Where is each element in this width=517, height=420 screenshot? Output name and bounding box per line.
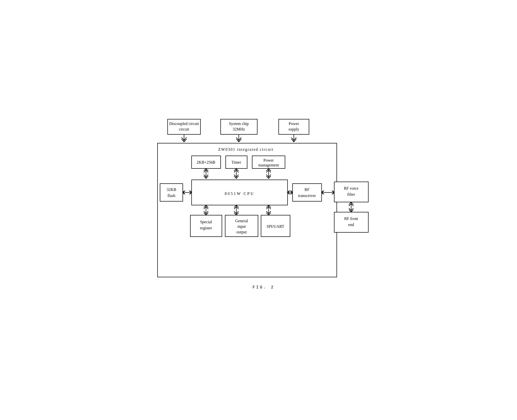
arrow2-left2 (236, 137, 239, 140)
arrow3-right2 (294, 137, 296, 140)
arrow2-left (236, 139, 239, 142)
mem-label: 2KB+256B (197, 160, 215, 164)
arrow2-right (239, 139, 241, 142)
rf-voice-label-2: filter (347, 192, 355, 196)
decoupled-label-1: Discoupled circuit (169, 121, 199, 126)
rf-frontend-box (334, 212, 368, 232)
gpio-label-3: output (237, 230, 247, 234)
page-container: text { font-family: 'Times New Roman', T… (145, 107, 372, 314)
fig-caption: FIG. 2 (252, 285, 275, 290)
special-label-2: register (200, 226, 212, 230)
rf-frontend-label-2: end (348, 223, 354, 227)
arrow1-left (182, 139, 184, 142)
powersupply-label-2: supply (289, 127, 299, 132)
syschip-label-1: System chip (229, 121, 249, 126)
rf-transceiver-box (293, 184, 322, 201)
rf-frontend-label-1: RF front (344, 216, 358, 221)
powermgmt-label-2: management (258, 163, 279, 167)
arrow1-right (184, 139, 187, 142)
syschip-label-2: 32MHz (233, 127, 245, 131)
rf-transceiver-label-2: transceiver (298, 193, 316, 198)
gpio-label-1: General (235, 219, 248, 223)
rf-transceiver-label-1: RF (304, 187, 309, 192)
decoupled-label-2: circuit (179, 127, 189, 131)
arrow3-left (291, 139, 294, 142)
diagram-outer: text { font-family: 'Times New Roman', T… (155, 117, 362, 299)
arrow2-right2 (239, 137, 241, 140)
rf-voice-box (334, 182, 368, 202)
circuit-diagram: text { font-family: 'Times New Roman', T… (155, 117, 372, 299)
gpio-label-2: input (238, 224, 246, 229)
main-title: ZW0301 integrated circuit (218, 147, 274, 152)
powermgmt-label-1: Power (264, 158, 274, 162)
spi-label: SPI/UART (267, 224, 284, 229)
flash-label-1: 32KB (167, 187, 176, 192)
arrow1-right2 (184, 137, 187, 140)
powersupply-label-1: Power (289, 121, 299, 126)
arrow3-left2 (291, 137, 294, 140)
cpu-label: 8051W CPU (225, 191, 254, 196)
arrow3-right (294, 139, 296, 142)
rf-voice-label-1: RF voice (344, 186, 358, 190)
timer-label: Timer (231, 160, 241, 164)
arrow1-left2 (182, 137, 184, 140)
special-label-1: Special (200, 220, 212, 224)
flash-label-2: flash (167, 193, 175, 198)
flash-box (160, 184, 183, 201)
